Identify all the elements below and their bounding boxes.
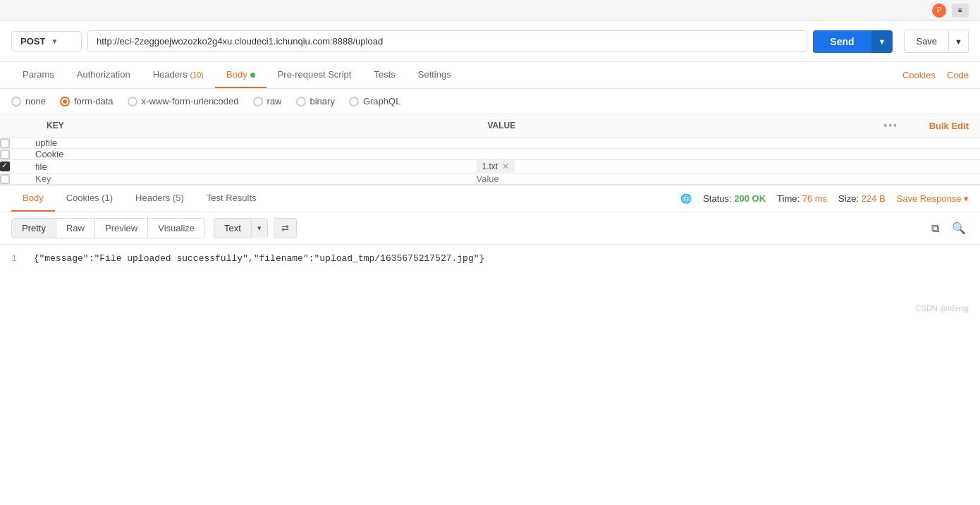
top-bar-right: P ≡: [932, 4, 969, 18]
row1-key-input[interactable]: [35, 138, 477, 148]
row1-checkbox-cell: [0, 138, 35, 149]
table-row: 1.txt ✕: [0, 160, 980, 174]
radio-raw-circle: [253, 97, 263, 107]
row1-value-input[interactable]: [477, 138, 873, 148]
radio-urlencoded[interactable]: x-www-form-urlencoded: [128, 96, 239, 107]
row1-extra: [872, 138, 980, 149]
col-dots: •••: [872, 114, 909, 138]
radio-raw[interactable]: raw: [253, 96, 282, 107]
top-btn-p[interactable]: P: [932, 4, 946, 18]
new-row-key-input[interactable]: [35, 174, 477, 184]
time-value: 76 ms: [802, 193, 827, 204]
radio-none[interactable]: none: [11, 96, 46, 107]
tab-params[interactable]: Params: [11, 62, 66, 88]
tab-pre-request[interactable]: Pre-request Script: [267, 62, 363, 88]
col-bulk-edit: Bulk Edit: [909, 114, 980, 138]
request-bar: POST ▼ Send ▼ Save ▼: [0, 21, 980, 62]
cookies-link[interactable]: Cookies: [902, 70, 936, 80]
text-type-button[interactable]: Text: [214, 219, 251, 238]
wrap-button[interactable]: ⇄: [274, 218, 297, 238]
send-button[interactable]: Send: [813, 30, 871, 53]
response-status-bar: 🌐 Status: 200 OK Time: 76 ms Size: 224 B…: [680, 193, 969, 204]
fmt-preview-button[interactable]: Preview: [95, 219, 148, 238]
status-label: Status: 200 OK: [703, 193, 766, 204]
three-dots-icon[interactable]: •••: [883, 120, 898, 131]
radio-form-data-circle: [60, 97, 70, 107]
save-button[interactable]: Save: [905, 30, 948, 52]
col-checkbox: [0, 114, 35, 138]
top-btn-menu[interactable]: ≡: [952, 4, 969, 18]
response-body: 1 {"message":"File uploaded successfully…: [0, 245, 980, 301]
send-dropdown-button[interactable]: ▼: [871, 30, 893, 53]
row1-checkbox[interactable]: [0, 138, 10, 148]
row2-value-cell: [477, 149, 873, 160]
row2-key-input[interactable]: [35, 149, 477, 159]
row1-key-cell: [35, 138, 477, 149]
res-tab-test-results[interactable]: Test Results: [195, 185, 268, 212]
save-dropdown-button[interactable]: ▼: [948, 30, 968, 52]
new-row-checkbox-cell: [0, 174, 35, 185]
tab-authorization[interactable]: Authorization: [66, 62, 142, 88]
radio-form-data-label: form-data: [74, 96, 114, 107]
code-link[interactable]: Code: [947, 70, 969, 80]
bulk-edit-button[interactable]: Bulk Edit: [929, 121, 969, 131]
radio-binary[interactable]: binary: [296, 96, 335, 107]
size-label: Size: 224 B: [838, 193, 886, 204]
url-input[interactable]: [87, 30, 807, 52]
new-row-checkbox[interactable]: [0, 174, 10, 184]
save-btn-group: Save ▼: [904, 30, 969, 53]
res-tab-body[interactable]: Body: [11, 185, 55, 212]
file-tag: 1.txt ✕: [477, 160, 515, 173]
row1-value-cell: [477, 138, 873, 149]
radio-none-label: none: [25, 96, 46, 107]
radio-form-data[interactable]: form-data: [60, 96, 114, 107]
tab-headers[interactable]: Headers (10): [142, 62, 215, 88]
row3-checkbox-cell: [0, 160, 35, 174]
new-row-value-cell: [477, 174, 873, 185]
headers-badge: (10): [190, 71, 204, 79]
line-number: 1: [11, 253, 17, 264]
row2-extra: [872, 149, 980, 160]
res-tab-headers[interactable]: Headers (5): [124, 185, 195, 212]
row2-value-input[interactable]: [477, 149, 873, 159]
search-button[interactable]: 🔍: [949, 219, 969, 238]
row2-checkbox[interactable]: [0, 150, 10, 159]
method-select[interactable]: POST ▼: [11, 31, 82, 51]
res-tab-cookies[interactable]: Cookies (1): [55, 185, 124, 212]
watermark-text: CSDN @bfengj: [916, 304, 969, 312]
body-dot-icon: [250, 73, 255, 78]
response-format-bar: Pretty Raw Preview Visualize Text ▾ ⇄ ⧉ …: [0, 212, 980, 245]
new-row-key-cell: [35, 174, 477, 185]
tab-right-links: Cookies Code: [902, 70, 969, 80]
row3-checkbox[interactable]: [0, 162, 10, 171]
tab-tests[interactable]: Tests: [362, 62, 406, 88]
row3-value-cell: 1.txt ✕: [477, 160, 873, 174]
send-btn-group: Send ▼: [813, 30, 893, 53]
file-tag-remove-button[interactable]: ✕: [502, 162, 509, 171]
response-line1: {"message":"File uploaded successfully",…: [34, 253, 485, 264]
tab-settings[interactable]: Settings: [407, 62, 463, 88]
radio-binary-label: binary: [310, 96, 335, 107]
fmt-raw-button[interactable]: Raw: [56, 219, 95, 238]
table-row: [0, 138, 980, 149]
footer-watermark: CSDN @bfengj: [0, 301, 980, 315]
fmt-pretty-button[interactable]: Pretty: [12, 219, 56, 238]
response-tabs-bar: Body Cookies (1) Headers (5) Test Result…: [0, 185, 980, 212]
new-row-extra: [872, 174, 980, 185]
status-value: 200 OK: [734, 193, 766, 204]
tab-body[interactable]: Body: [215, 62, 267, 88]
save-response-button[interactable]: Save Response ▾: [897, 193, 969, 204]
row3-key-input[interactable]: [35, 162, 477, 172]
top-bar: P ≡: [0, 0, 980, 21]
row3-key-cell: [35, 160, 477, 174]
body-type-row: none form-data x-www-form-urlencoded raw…: [0, 89, 980, 114]
request-tabs: Params Authorization Headers (10) Body P…: [0, 62, 980, 89]
radio-graphql[interactable]: GraphQL: [349, 96, 400, 107]
new-row-value-input[interactable]: [477, 174, 873, 184]
fmt-visualize-button[interactable]: Visualize: [148, 219, 204, 238]
row2-checkbox-cell: [0, 149, 35, 160]
time-label: Time: 76 ms: [777, 193, 827, 204]
size-value: 224 B: [862, 193, 886, 204]
copy-button[interactable]: ⧉: [929, 219, 942, 238]
text-type-dropdown-button[interactable]: ▾: [251, 219, 267, 237]
